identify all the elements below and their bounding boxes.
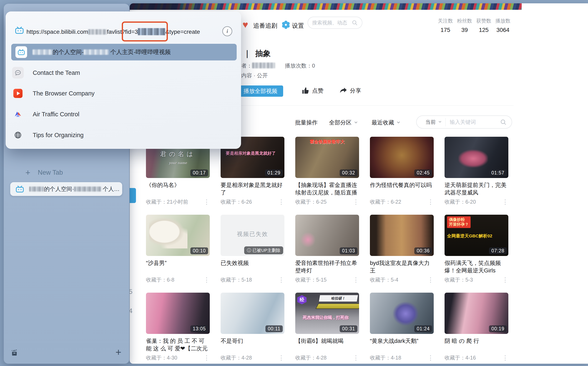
- suggestion-browser-company[interactable]: The Browser Company: [12, 87, 233, 100]
- video-thumbnail[interactable]: 01:24: [370, 293, 434, 334]
- video-card[interactable]: 视频已失效ⓘ 已被UP主删除 已失效视频 收藏于：5-18 ⋮: [221, 215, 284, 293]
- more-menu-icon[interactable]: ⋮: [502, 355, 508, 361]
- video-card[interactable]: 偶像炒粉 芹菜怀孕？全网最逆天GBC解析0207:28 假药满天飞，笑点频频爆！…: [445, 215, 508, 293]
- video-thumbnail[interactable]: 视频已失效ⓘ 已被UP主删除: [221, 215, 284, 256]
- follow-bangumi-label[interactable]: 追番追剧: [253, 22, 277, 30]
- share-button[interactable]: 分享: [340, 87, 361, 95]
- more-menu-icon[interactable]: ⋮: [203, 355, 210, 361]
- info-icon[interactable]: i: [222, 26, 232, 36]
- video-card[interactable]: 00:19 阴 暗 の 爬 行 收藏于：4-16 ⋮: [445, 293, 508, 366]
- suggestion-contact-team[interactable]: Contact the Team: [12, 67, 233, 79]
- video-title[interactable]: 爱音拍素世拍祥子拍立希壁咚灯: [295, 259, 359, 274]
- video-title[interactable]: 【抽象现场】霍金直播连续射击汉尼拔，随后直播间被封: [295, 181, 359, 197]
- video-title[interactable]: 【街霸6】就喝就喝: [295, 337, 359, 345]
- more-menu-icon[interactable]: ⋮: [353, 355, 359, 361]
- video-title[interactable]: “黄泉大战dark天鹅”: [370, 337, 434, 345]
- video-title[interactable]: byd我这室友是真像大力王: [370, 259, 434, 274]
- share-icon: [340, 87, 347, 95]
- video-card[interactable]: 霍金铁脑致敬牢大00:32 【抽象现场】霍金直播连续射击汉尼拔，随后直播间被封 …: [295, 137, 359, 215]
- bilibili-tv-icon: [15, 26, 24, 35]
- gear-icon[interactable]: [281, 20, 290, 30]
- more-menu-icon[interactable]: ⋮: [502, 277, 508, 283]
- thumbnail-overlay-text: [393, 302, 418, 326]
- video-thumbnail[interactable]: 偶像炒粉 芹菜怀孕？全网最逆天GBC解析0207:28: [445, 215, 508, 256]
- more-menu-icon[interactable]: ⋮: [203, 199, 210, 205]
- video-thumbnail[interactable]: 02:45: [370, 137, 434, 178]
- video-title[interactable]: 不是哥们: [221, 337, 284, 345]
- video-title[interactable]: 已失效视频: [221, 259, 284, 267]
- search-placeholder: 搜索视频、动态: [312, 19, 352, 26]
- video-card[interactable]: 00:11 不是哥们 收藏于：4-28 ⋮: [221, 293, 284, 366]
- duration-badge: 00:31: [340, 325, 357, 332]
- video-thumbnail[interactable]: 00:36: [370, 215, 434, 256]
- keyword-input[interactable]: 输入关键词: [450, 119, 500, 125]
- video-card[interactable]: 01:24 “黄泉大战dark天鹅” 收藏于：4-18 ⋮: [370, 293, 434, 366]
- video-thumbnail[interactable]: 00:10: [146, 215, 210, 256]
- space-stats: 关注数175 粉丝数39 获赞数125 播放数3064: [436, 17, 512, 33]
- stat-plays[interactable]: 播放数3064: [493, 17, 512, 33]
- like-button[interactable]: 点赞: [302, 87, 323, 95]
- stat-follow[interactable]: 关注数175: [436, 17, 455, 33]
- video-thumbnail[interactable]: 13:05: [146, 293, 210, 334]
- video-card[interactable]: 00:10 “沙县男” 收藏于：6-8 ⋮: [146, 215, 210, 293]
- play-all-button[interactable]: 播放全部视频: [238, 85, 283, 97]
- settings-label[interactable]: 设置: [292, 22, 304, 30]
- video-title[interactable]: 雀巢：我 的 员 工 不 可 能 这 么 可 爱❤【二次元爆改: [146, 337, 210, 353]
- video-thumbnail[interactable]: 00:11: [221, 293, 284, 334]
- keyword-search-box[interactable]: 当前 输入关键词: [416, 115, 512, 129]
- active-tab[interactable]: 的个人空间· 个人…: [10, 182, 122, 196]
- more-menu-icon[interactable]: ⋮: [278, 355, 284, 361]
- space-search-input[interactable]: 搜索视频、动态: [308, 17, 362, 29]
- library-icon[interactable]: [10, 349, 18, 357]
- duration-badge: 02:45: [414, 169, 432, 176]
- more-menu-icon[interactable]: ⋮: [427, 199, 434, 205]
- stat-fans[interactable]: 粉丝数39: [455, 17, 474, 33]
- video-title[interactable]: 逆天萌新提前关门，完美武器尽显威风: [445, 181, 508, 196]
- video-thumbnail[interactable]: 01:57: [445, 137, 508, 178]
- more-menu-icon[interactable]: ⋮: [427, 355, 434, 361]
- chat-bubble-icon: [12, 67, 24, 79]
- more-menu-icon[interactable]: ⋮: [427, 277, 434, 283]
- video-card[interactable]: 02:45 作为怪猎代餐真的可以吗 收藏于：6-22 ⋮: [370, 137, 434, 215]
- follow-bangumi-button[interactable]: ♥: [242, 20, 248, 29]
- favorited-date: 收藏于：5-15: [295, 276, 326, 283]
- plus-icon: +: [25, 168, 30, 177]
- video-card[interactable]: 00:36 byd我这室友是真像大力王 收藏于：5-4 ⋮: [370, 215, 434, 293]
- video-thumbnail[interactable]: 霍金铁脑致敬牢大00:32: [295, 137, 359, 178]
- more-menu-icon[interactable]: ⋮: [502, 199, 508, 205]
- video-card[interactable]: 经哈拉硕！死杰米我让你喝，打死你00:31 【街霸6】就喝就喝 收藏于：4-28…: [295, 293, 359, 366]
- favorited-date: 收藏于：4-30: [146, 354, 177, 361]
- video-title[interactable]: 假药满天飞，笑点频频爆！全网最逆天Girls Band Cry解析: [445, 259, 508, 275]
- more-menu-icon[interactable]: ⋮: [203, 277, 210, 283]
- new-tab-button[interactable]: + New Tab: [25, 168, 63, 177]
- sort-dropdown[interactable]: 最近收藏: [371, 119, 401, 126]
- url-text[interactable]: https://space.bilibili.comfavlist?fid=3&…: [26, 28, 200, 35]
- video-card[interactable]: 13:05 雀巢：我 的 员 工 不 可 能 这 么 可 爱❤【二次元爆改 收藏…: [146, 293, 210, 366]
- batch-actions-button[interactable]: 批量操作: [295, 119, 317, 126]
- favorited-date: 收藏于：5-4: [370, 276, 398, 283]
- more-menu-icon[interactable]: ⋮: [353, 277, 359, 283]
- more-menu-icon[interactable]: ⋮: [278, 277, 284, 283]
- video-meta-row: 收藏于：5-18 ⋮: [221, 276, 284, 283]
- stat-likes[interactable]: 获赞数125: [474, 17, 493, 33]
- suggestion-tips-organizing[interactable]: Tips for Organizing: [12, 129, 233, 141]
- suggestion-air-traffic-control[interactable]: Air Traffic Control: [12, 108, 233, 121]
- url-bar[interactable]: https://space.bilibili.comfavlist?fid=3&…: [6, 11, 241, 43]
- new-space-plus-icon[interactable]: +: [116, 347, 121, 357]
- search-icon: [500, 119, 507, 125]
- video-thumbnail[interactable]: 00:19: [445, 293, 508, 334]
- scope-dropdown[interactable]: 当前: [425, 119, 436, 125]
- video-title[interactable]: 阴 暗 の 爬 行: [445, 337, 508, 345]
- video-thumbnail[interactable]: 经哈拉硕！死杰米我让你喝，打死你00:31: [295, 293, 359, 334]
- video-title[interactable]: “沙县男”: [146, 259, 210, 267]
- video-card[interactable]: 01:03 爱音拍素世拍祥子拍立希壁咚灯 收藏于：5-15 ⋮: [295, 215, 359, 293]
- video-thumbnail[interactable]: 01:03: [295, 215, 359, 256]
- more-menu-icon[interactable]: ⋮: [353, 199, 359, 205]
- video-title[interactable]: 作为怪猎代餐真的可以吗: [370, 181, 434, 189]
- video-title[interactable]: 要是相亲对象是黑龙就好了: [221, 181, 284, 196]
- more-menu-icon[interactable]: ⋮: [278, 199, 284, 205]
- category-filter-dropdown[interactable]: 全部分区: [329, 119, 358, 126]
- video-card[interactable]: 01:57 逆天萌新提前关门，完美武器尽显威风 收藏于：6-20 ⋮: [445, 137, 508, 215]
- video-title[interactable]: 《你的马名》: [146, 181, 210, 189]
- suggestion-highlighted[interactable]: 的个人空间- 个人主页-哔哩哔哩视频: [11, 44, 237, 61]
